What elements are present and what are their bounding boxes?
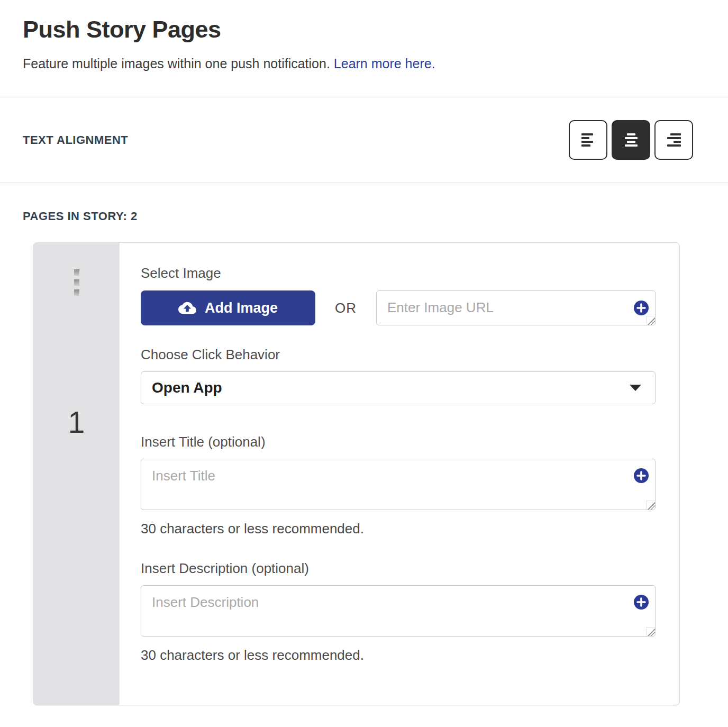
text-alignment-section: TEXT ALIGNMENT [0,97,728,183]
story-page-card: 1 Select Image Add Image OR Choose C [33,242,680,705]
insert-description-label: Insert Description (optional) [141,560,656,577]
align-left-button[interactable] [569,120,607,160]
insert-title-label: Insert Title (optional) [141,434,656,450]
image-url-field-wrap [376,290,656,325]
resize-grip-icon[interactable] [646,316,655,325]
resize-grip-icon[interactable] [646,627,655,636]
align-center-icon [624,133,638,147]
cloud-upload-icon [178,299,196,317]
image-url-input[interactable] [376,290,656,325]
description-input[interactable] [141,585,656,637]
add-image-button[interactable]: Add Image [141,290,315,325]
page-card-rail: 1 [33,243,120,705]
click-behavior-select[interactable]: Open App [141,371,656,404]
text-alignment-label: TEXT ALIGNMENT [23,133,128,147]
insert-description-block: Insert Description (optional) 30 charact… [141,560,656,664]
click-behavior-label: Choose Click Behavior [141,347,656,363]
add-image-label: Add Image [205,300,278,316]
align-right-button[interactable] [654,120,693,160]
page-card-content: Select Image Add Image OR Choose Click B… [120,243,679,705]
add-description-plus-icon[interactable] [634,595,649,610]
title-hint: 30 characters or less recommended. [141,521,656,537]
insert-title-block: Insert Title (optional) 30 characters or… [141,434,656,537]
drag-handle-icon[interactable] [74,269,79,296]
select-image-label: Select Image [141,265,656,281]
page-header: Push Story Pages Feature multiple images… [0,0,728,97]
add-url-plus-icon[interactable] [634,301,649,315]
description-field-wrap [141,585,656,637]
title-input[interactable] [141,459,656,510]
add-title-plus-icon[interactable] [634,468,649,483]
page-title: Push Story Pages [23,16,705,43]
pages-in-story-label: PAGES IN STORY: 2 [23,210,705,223]
align-right-icon [667,133,681,147]
image-row: Add Image OR [141,290,656,325]
learn-more-link[interactable]: Learn more here. [334,56,435,71]
or-label: OR [315,300,376,316]
page-number: 1 [68,404,85,440]
resize-grip-icon[interactable] [646,501,655,510]
pages-in-story-row: PAGES IN STORY: 2 [0,183,728,223]
page-subtitle: Feature multiple images within one push … [23,56,705,71]
chevron-down-icon [630,385,641,391]
click-behavior-block: Choose Click Behavior Open App [141,347,656,404]
description-hint: 30 characters or less recommended. [141,647,656,664]
click-behavior-value: Open App [152,379,222,396]
title-field-wrap [141,459,656,510]
align-left-icon [581,133,595,147]
align-center-button[interactable] [612,120,650,160]
subtitle-text: Feature multiple images within one push … [23,56,330,71]
alignment-button-group [569,120,693,160]
